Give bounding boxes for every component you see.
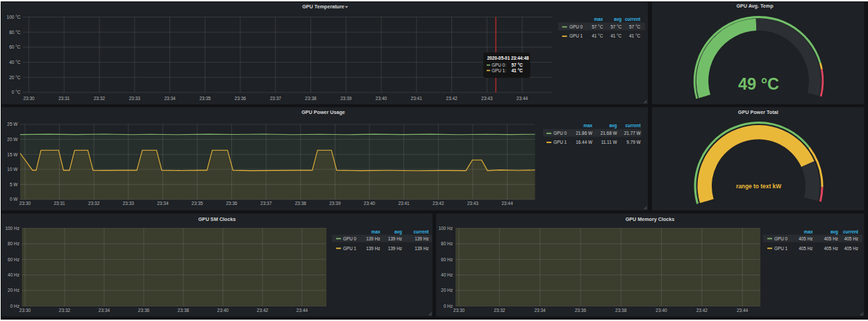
svg-text:0 Hz: 0 Hz <box>10 304 19 308</box>
svg-text:0 W: 0 W <box>10 197 18 201</box>
svg-text:23:36: 23:36 <box>226 201 237 206</box>
svg-text:current: current <box>843 229 859 234</box>
svg-text:23:33: 23:33 <box>129 96 141 101</box>
svg-text:23:32: 23:32 <box>494 308 506 313</box>
svg-text:57 °C: 57 °C <box>512 63 523 67</box>
svg-text:40 °C: 40 °C <box>9 60 21 65</box>
svg-text:40 Hz: 40 Hz <box>8 272 19 277</box>
svg-text:15 W: 15 W <box>7 152 18 157</box>
svg-text:41 °C: 41 °C <box>592 33 603 38</box>
svg-text:23:38: 23:38 <box>615 308 627 313</box>
svg-text:41 °C: 41 °C <box>610 33 621 38</box>
svg-text:60 °C: 60 °C <box>9 44 21 49</box>
svg-text:avg: avg <box>614 17 621 22</box>
svg-text:max: max <box>372 229 381 234</box>
svg-text:0 Hz: 0 Hz <box>444 304 453 308</box>
svg-text:405 Hz: 405 Hz <box>844 246 858 251</box>
svg-text:avg: avg <box>831 229 838 235</box>
svg-text:139 Hz: 139 Hz <box>388 236 402 241</box>
svg-text:10 W: 10 W <box>7 167 18 172</box>
svg-text:GPU Temperature: GPU Temperature <box>302 3 344 10</box>
svg-text:20 Hz: 20 Hz <box>441 288 453 293</box>
svg-text:405 Hz: 405 Hz <box>844 236 858 241</box>
svg-text:GPU 0:: GPU 0: <box>492 63 506 67</box>
svg-text:23:42: 23:42 <box>696 308 708 313</box>
svg-text:405 Hz: 405 Hz <box>799 236 812 241</box>
svg-text:23:30: 23:30 <box>453 308 465 313</box>
svg-text:100 °C: 100 °C <box>7 15 21 19</box>
svg-text:80 Hz: 80 Hz <box>8 241 19 246</box>
svg-text:23:44: 23:44 <box>517 96 528 101</box>
svg-text:23:38: 23:38 <box>305 96 317 101</box>
svg-text:20 °C: 20 °C <box>9 75 21 80</box>
svg-text:57 °C: 57 °C <box>592 24 603 29</box>
svg-text:23:39: 23:39 <box>340 96 352 101</box>
svg-text:GPU Avg. Temp: GPU Avg. Temp <box>736 3 774 9</box>
svg-text:23:30: 23:30 <box>19 308 31 313</box>
svg-text:23:40: 23:40 <box>376 96 387 101</box>
svg-text:405 Hz: 405 Hz <box>824 236 838 241</box>
svg-text:GPU 0: GPU 0 <box>553 131 567 135</box>
svg-text:avg: avg <box>609 123 617 129</box>
svg-text:avg: avg <box>394 229 402 235</box>
svg-text:GPU Memory Clocks: GPU Memory Clocks <box>626 216 675 222</box>
svg-text:20 W: 20 W <box>7 137 18 142</box>
svg-text:23:40: 23:40 <box>364 201 376 206</box>
svg-text:16.44 W: 16.44 W <box>576 140 593 145</box>
svg-text:23:31: 23:31 <box>58 96 70 101</box>
svg-text:139 Hz: 139 Hz <box>366 236 380 241</box>
svg-text:max: max <box>594 17 603 22</box>
svg-text:23:41: 23:41 <box>398 201 410 206</box>
svg-text:23:36: 23:36 <box>235 96 247 101</box>
svg-text:max: max <box>804 229 813 234</box>
svg-text:405 Hz: 405 Hz <box>824 246 838 251</box>
svg-text:current: current <box>625 17 641 22</box>
svg-text:57 °C: 57 °C <box>629 24 640 29</box>
svg-text:20 Hz: 20 Hz <box>8 288 19 293</box>
svg-text:23:39: 23:39 <box>329 201 341 206</box>
svg-text:23:34: 23:34 <box>534 308 546 313</box>
svg-text:40 Hz: 40 Hz <box>441 272 453 277</box>
svg-text:23:31: 23:31 <box>53 201 65 206</box>
svg-text:GPU 0: GPU 0 <box>569 24 583 29</box>
svg-text:23:40: 23:40 <box>656 308 667 313</box>
svg-text:23:32: 23:32 <box>88 201 100 206</box>
svg-text:23:34: 23:34 <box>164 96 176 101</box>
svg-text:23:42: 23:42 <box>446 96 458 101</box>
svg-text:GPU 1:: GPU 1: <box>492 68 506 73</box>
svg-text:57 °C: 57 °C <box>610 24 621 29</box>
svg-text:23:40: 23:40 <box>217 308 229 313</box>
svg-text:range to text kW: range to text kW <box>736 183 781 190</box>
svg-text:139 Hz: 139 Hz <box>388 246 402 251</box>
svg-text:current: current <box>413 229 429 234</box>
svg-text:23:42: 23:42 <box>433 201 444 206</box>
svg-text:23:44: 23:44 <box>501 201 513 206</box>
svg-text:max: max <box>583 123 592 128</box>
svg-text:GPU SM Clocks: GPU SM Clocks <box>199 216 236 222</box>
svg-text:21.77 W: 21.77 W <box>624 131 642 135</box>
svg-text:60 Hz: 60 Hz <box>8 257 19 262</box>
svg-text:23:44: 23:44 <box>737 308 749 313</box>
svg-text:23:41: 23:41 <box>411 96 423 101</box>
svg-text:23:30: 23:30 <box>19 201 31 206</box>
svg-text:11.11 W: 11.11 W <box>601 140 618 145</box>
svg-text:21.86 W: 21.86 W <box>576 131 593 135</box>
svg-text:23:33: 23:33 <box>123 201 135 206</box>
svg-text:139 Hz: 139 Hz <box>415 246 428 251</box>
svg-text:23:36: 23:36 <box>138 308 150 313</box>
svg-text:21.68 W: 21.68 W <box>601 131 618 135</box>
svg-text:23:32: 23:32 <box>59 308 71 313</box>
svg-text:41 °C: 41 °C <box>512 68 523 73</box>
svg-text:405 Hz: 405 Hz <box>799 246 812 251</box>
svg-text:80 Hz: 80 Hz <box>441 241 453 246</box>
svg-text:GPU 0: GPU 0 <box>774 236 788 241</box>
svg-text:139 Hz: 139 Hz <box>415 236 428 241</box>
svg-text:60 Hz: 60 Hz <box>441 257 453 262</box>
svg-text:23:43: 23:43 <box>481 96 493 101</box>
svg-text:9.79 W: 9.79 W <box>626 140 641 145</box>
svg-text:23:32: 23:32 <box>94 96 106 101</box>
svg-text:23:34: 23:34 <box>99 308 110 313</box>
svg-text:23:35: 23:35 <box>199 96 211 101</box>
svg-text:0 °C: 0 °C <box>12 90 21 94</box>
svg-text:GPU 1: GPU 1 <box>343 246 357 251</box>
